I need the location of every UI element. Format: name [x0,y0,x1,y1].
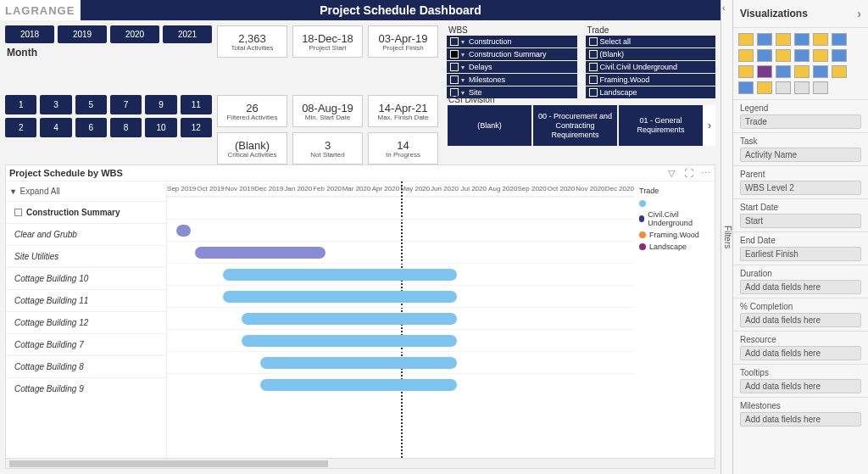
field-well-pill[interactable]: WBS Level 2 [740,181,861,195]
field-well-pill[interactable]: Start [740,214,861,228]
month-10[interactable]: 10 [145,118,176,137]
field-well-label: End Date [740,236,861,245]
viz-type-icon[interactable] [738,65,754,78]
trade-item-blank[interactable]: (Blank) [586,48,716,60]
viz-type-icon[interactable] [738,81,754,94]
field-well-pill[interactable]: Add data fields here [740,379,861,393]
gantt-bar[interactable] [223,291,457,303]
field-well-pill[interactable]: Add data fields here [740,346,861,360]
task-row[interactable]: Cottage Building 9 [6,377,166,399]
task-row[interactable]: Cottage Building 12 [6,311,166,333]
chevron-right-icon[interactable]: › [857,7,861,20]
year-2019[interactable]: 2019 [58,25,107,43]
viz-type-icon[interactable] [738,33,754,46]
gantt-bar[interactable] [242,335,456,347]
field-well-label: Resource [740,335,861,344]
gantt-legend: Trade Civil.Civil Underground Framing.Wo… [634,181,715,458]
month-7[interactable]: 7 [110,95,142,114]
trade-item-civil[interactable]: Civil.Civil Underground [586,61,716,73]
month-1[interactable]: 1 [5,95,36,114]
card-project-start: 18-Dec-18Project Start [292,25,363,58]
task-row[interactable]: Site Utilities [6,245,166,267]
wbs-item-milestones[interactable]: ▾Milestones [447,74,577,86]
gantt-visual[interactable]: Project Schedule by WBS ▽ ⛶ ⋯ ▾ Expand A… [5,165,715,469]
gantt-bar[interactable] [195,247,326,259]
month-5[interactable]: 5 [75,95,107,114]
wbs-item-delays[interactable]: ▾Delays [447,61,577,73]
viz-type-icon[interactable] [776,33,791,46]
card-critical: (Blank)Critical Activities [217,132,287,165]
year-2021[interactable]: 2021 [163,25,212,43]
card-max-finish: 14-Apr-21Max. Finish Date [368,95,438,127]
viz-type-icon[interactable] [757,49,772,62]
field-well-pill[interactable]: Add data fields here [740,280,861,294]
task-row[interactable]: Cottage Building 10 [6,267,166,289]
viz-type-icon[interactable] [832,33,847,46]
month-4[interactable]: 4 [40,118,71,137]
task-row[interactable]: Cottage Building 8 [6,355,166,377]
field-well-pill[interactable]: Activity Name [740,148,861,162]
field-well-pill[interactable]: Earliest Finish [740,247,861,261]
csi-title: CSI Division [447,95,715,105]
trade-item-framing[interactable]: Framing.Wood [586,74,716,86]
field-well-pill[interactable]: Trade [740,114,861,129]
chevron-left-icon: ‹ [722,3,725,13]
task-row[interactable]: Cottage Building 11 [6,289,166,311]
gantt-scrollbar[interactable] [6,458,715,468]
task-row[interactable]: Clear and Grubb [6,223,166,245]
card-filtered-activities: 26Filtered Activities [217,95,287,127]
viz-type-icon[interactable] [813,65,828,78]
csi-01[interactable]: 01 - General Requirements [619,105,703,146]
trade-item-select-all[interactable]: Select all [586,36,716,47]
viz-type-icon[interactable] [832,49,847,62]
wbs-item-construction[interactable]: ▾Construction [447,36,577,47]
viz-type-icon[interactable] [757,65,772,78]
viz-type-icon[interactable] [738,49,754,62]
fields-tab-icon[interactable] [776,81,791,94]
month-6[interactable]: 6 [75,118,107,137]
gantt-bar[interactable] [260,379,456,391]
filters-pane-tab[interactable]: ‹ Filters [721,0,732,474]
wbs-item-construction-summary[interactable]: ▾Construction Summary [447,48,577,60]
filter-icon[interactable]: ▽ [665,167,677,179]
month-11[interactable]: 11 [181,95,212,114]
gantt-bar[interactable] [260,357,456,369]
field-well-pill[interactable]: Add data fields here [740,412,861,427]
format-tab-icon[interactable] [794,81,810,94]
field-well-pill[interactable]: Add data fields here [740,313,861,327]
focus-mode-icon[interactable]: ⛶ [682,167,694,179]
visualizations-pane: Visualizations› LegendTradeTaskActivity … [732,0,868,474]
field-well-label: Task [740,137,861,146]
viz-type-icon[interactable] [776,49,791,62]
month-3[interactable]: 3 [40,95,71,114]
csi-00[interactable]: 00 - Procurement and Contracting Require… [533,105,617,146]
viz-type-icon[interactable] [757,33,772,46]
viz-type-icon[interactable] [813,49,828,62]
year-2018[interactable]: 2018 [5,25,54,43]
csi-slicer: (Blank) 00 - Procurement and Contracting… [447,105,715,146]
viz-type-icon[interactable] [776,65,791,78]
year-2020[interactable]: 2020 [110,25,159,43]
viz-type-icon[interactable] [794,49,810,62]
csi-next-button[interactable]: › [704,105,715,146]
more-options-icon[interactable]: ⋯ [699,167,711,179]
csi-blank[interactable]: (Blank) [448,105,531,146]
month-2[interactable]: 2 [5,118,36,137]
month-12[interactable]: 12 [181,118,212,137]
viz-type-icon[interactable] [757,81,772,94]
viz-type-icon[interactable] [832,65,847,78]
gantt-bar[interactable] [223,269,457,281]
analytics-tab-icon[interactable] [813,81,828,94]
expand-all-button[interactable]: ▾ Expand All [6,181,166,201]
viz-type-icon[interactable] [813,33,828,46]
month-9[interactable]: 9 [145,95,176,114]
collapse-icon[interactable] [14,209,22,216]
month-8[interactable]: 8 [110,118,142,137]
gantt-bar[interactable] [242,313,456,325]
gantt-bar[interactable] [176,225,191,237]
gantt-group-header[interactable]: Construction Summary [6,201,166,223]
viz-type-icon[interactable] [794,33,810,46]
viz-pane-title: Visualizations [740,8,808,20]
viz-type-icon[interactable] [794,65,810,78]
task-row[interactable]: Cottage Building 7 [6,333,166,355]
